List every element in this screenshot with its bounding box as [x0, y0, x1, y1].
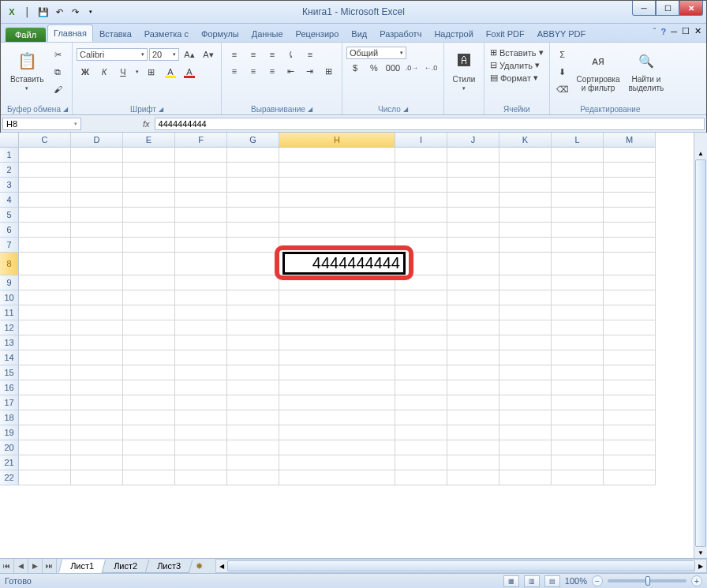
cell[interactable] — [604, 380, 656, 395]
cell[interactable] — [552, 223, 604, 238]
cell[interactable] — [499, 440, 552, 455]
cell[interactable] — [447, 335, 499, 350]
cell[interactable] — [279, 440, 395, 455]
cell[interactable] — [552, 455, 604, 470]
cell[interactable] — [19, 193, 71, 208]
cell[interactable] — [19, 148, 71, 163]
row-header[interactable]: 3 — [0, 178, 19, 193]
cell[interactable] — [19, 208, 71, 223]
cell[interactable] — [123, 223, 175, 238]
cell[interactable] — [279, 410, 395, 425]
cell[interactable] — [175, 305, 227, 320]
percent-icon[interactable]: % — [365, 60, 383, 76]
cell[interactable] — [499, 163, 552, 178]
column-header[interactable]: M — [604, 133, 656, 148]
cell[interactable] — [499, 380, 552, 395]
column-header[interactable]: K — [499, 133, 552, 148]
cell[interactable] — [123, 335, 175, 350]
row-header[interactable]: 9 — [0, 275, 19, 290]
view-normal-icon[interactable]: ▦ — [503, 575, 519, 587]
tab-formulas[interactable]: Формулы — [195, 25, 245, 42]
cell[interactable] — [227, 178, 279, 193]
cell[interactable] — [395, 223, 447, 238]
cell[interactable] — [395, 425, 447, 440]
cell[interactable] — [395, 275, 447, 290]
cell[interactable] — [71, 305, 123, 320]
cell[interactable] — [175, 193, 227, 208]
cell[interactable] — [395, 148, 447, 163]
underline-button[interactable]: Ч — [114, 64, 132, 80]
fill-icon[interactable]: ⬇ — [554, 64, 571, 80]
clear-icon[interactable]: ⌫ — [554, 81, 571, 97]
autosum-icon[interactable]: Σ — [554, 47, 571, 62]
cell[interactable] — [447, 425, 499, 440]
cell[interactable] — [552, 253, 604, 275]
cell[interactable] — [71, 425, 123, 440]
cell[interactable] — [604, 290, 656, 305]
cell[interactable] — [279, 290, 395, 305]
qat-more-icon[interactable]: ▾ — [84, 6, 97, 18]
cell[interactable] — [227, 365, 279, 380]
cell[interactable] — [447, 455, 499, 470]
cell[interactable] — [19, 410, 71, 425]
cell[interactable] — [447, 178, 499, 193]
number-launcher-icon[interactable]: ◢ — [403, 106, 408, 113]
cell[interactable] — [175, 395, 227, 410]
cell[interactable] — [499, 365, 552, 380]
cell[interactable] — [19, 335, 71, 350]
cell[interactable] — [395, 455, 447, 470]
sheet-tab[interactable]: Лист2 — [102, 560, 150, 573]
cell[interactable] — [227, 320, 279, 335]
align-launcher-icon[interactable]: ◢ — [308, 106, 312, 113]
cut-icon[interactable]: ✂ — [49, 47, 66, 62]
underline-dropdown-icon[interactable]: ▾ — [133, 64, 141, 80]
ribbon-minimize-icon[interactable]: ˆ — [653, 27, 656, 36]
cell[interactable] — [552, 275, 604, 290]
decrease-font-icon[interactable]: A▾ — [200, 47, 217, 62]
row-header[interactable]: 7 — [0, 238, 19, 253]
cell[interactable] — [279, 455, 395, 470]
horizontal-scrollbar[interactable]: ◀ ▶ — [215, 559, 707, 573]
cell[interactable] — [71, 350, 123, 365]
cell[interactable] — [552, 335, 604, 350]
cell[interactable] — [604, 335, 656, 350]
file-tab[interactable]: Файл — [6, 28, 46, 42]
cell[interactable] — [604, 365, 656, 380]
sheet-prev-icon[interactable]: ◀ — [14, 559, 28, 573]
cell[interactable] — [604, 193, 656, 208]
cell[interactable] — [499, 305, 552, 320]
cell[interactable] — [604, 223, 656, 238]
cell[interactable] — [227, 223, 279, 238]
row-header[interactable]: 2 — [0, 163, 19, 178]
paste-button[interactable]: 📋 Вставить ▾ — [7, 47, 47, 93]
cell[interactable] — [227, 455, 279, 470]
cell[interactable] — [123, 425, 175, 440]
cell[interactable] — [499, 395, 552, 410]
row-headers[interactable]: 12345678910111213141516171819202122 — [0, 148, 19, 558]
row-header[interactable]: 6 — [0, 223, 19, 238]
cell[interactable] — [71, 455, 123, 470]
find-select-button[interactable]: 🔍 Найти и выделить — [625, 47, 667, 94]
cell[interactable] — [227, 380, 279, 395]
font-name-combo[interactable]: Calibri▾ — [77, 48, 148, 61]
cell[interactable] — [227, 208, 279, 223]
vertical-scrollbar[interactable]: ▲ ▼ — [694, 133, 707, 558]
fx-icon[interactable]: fx — [138, 119, 155, 129]
cell[interactable] — [71, 163, 123, 178]
format-cells-button[interactable]: ▤Формат ▾ — [488, 72, 540, 84]
tab-abbyy[interactable]: ABBYY PDF — [531, 25, 593, 42]
cell[interactable] — [395, 238, 447, 253]
cell[interactable] — [395, 208, 447, 223]
tab-insert[interactable]: Вставка — [93, 25, 138, 42]
zoom-slider-thumb[interactable] — [645, 576, 650, 586]
delete-cells-button[interactable]: ⊟Удалить ▾ — [488, 59, 541, 71]
cell[interactable] — [552, 410, 604, 425]
row-header[interactable]: 19 — [0, 425, 19, 440]
cell[interactable] — [499, 290, 552, 305]
cell[interactable] — [123, 163, 175, 178]
cell[interactable] — [123, 208, 175, 223]
cell[interactable] — [19, 455, 71, 470]
cell[interactable] — [447, 193, 499, 208]
cell[interactable] — [395, 335, 447, 350]
row-header[interactable]: 16 — [0, 380, 19, 395]
